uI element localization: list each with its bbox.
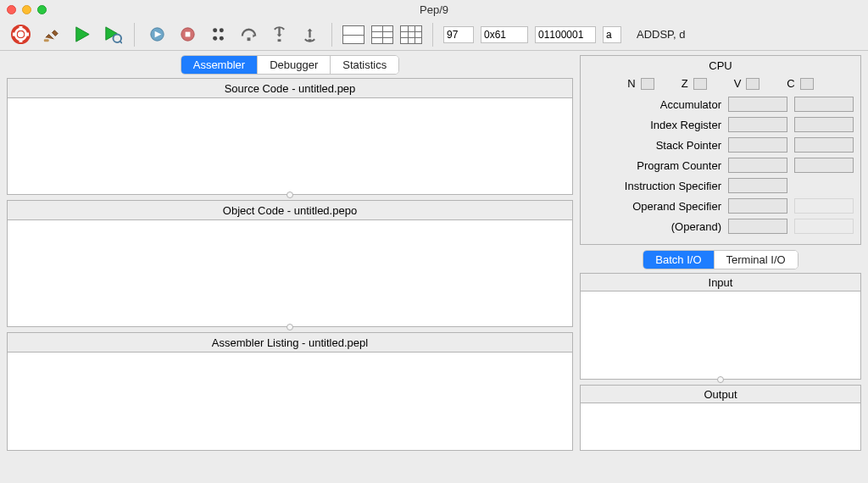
output-title: Output	[581, 386, 860, 403]
flag-z-label: Z	[682, 77, 688, 90]
operand-hex	[728, 219, 787, 234]
hex-field[interactable]	[481, 26, 528, 43]
accumulator-hex	[728, 97, 787, 112]
index-register-label: Index Register	[587, 119, 721, 131]
tab-assembler[interactable]: Assembler	[181, 56, 258, 74]
index-register-hex	[728, 117, 787, 132]
layout-split3-icon[interactable]	[400, 25, 422, 44]
index-register-dec	[794, 117, 854, 132]
flag-n-label: N	[627, 77, 635, 90]
output-textarea[interactable]	[581, 403, 860, 450]
program-counter-dec	[794, 158, 854, 173]
layout-single-icon[interactable]	[342, 25, 364, 44]
left-column: Assembler Debugger Statistics Source Cod…	[0, 51, 580, 483]
cpu-title: CPU	[587, 56, 854, 77]
instruction-specifier-val	[728, 178, 787, 193]
flag-z-box	[693, 78, 707, 90]
svg-rect-13	[308, 39, 311, 42]
editor-panels: Source Code - untitled.pep Object Code -…	[7, 78, 573, 480]
flag-c-label: C	[787, 77, 794, 90]
build-icon[interactable]	[39, 23, 63, 47]
io-section: Batch I/O Terminal I/O Input Output	[580, 250, 861, 480]
cpu-panel: CPU N Z V C Accumulator Index Register S…	[580, 55, 861, 245]
accumulator-label: Accumulator	[587, 98, 721, 111]
svg-point-9	[213, 36, 217, 41]
toolbar-separator	[331, 23, 332, 47]
flag-c-box	[800, 78, 814, 90]
splitter-handle-icon[interactable]	[287, 324, 293, 330]
program-counter-hex	[728, 158, 787, 173]
object-code-panel: Object Code - untitled.pepo	[7, 200, 573, 327]
splitter-handle-icon[interactable]	[287, 192, 293, 198]
output-panel: Output	[580, 385, 861, 451]
assembler-listing-view[interactable]	[8, 353, 572, 450]
splitter-handle-icon[interactable]	[717, 376, 724, 383]
close-icon[interactable]	[7, 5, 16, 14]
minimize-icon[interactable]	[22, 5, 31, 14]
operand-label: (Operand)	[587, 220, 721, 233]
tab-batch-io[interactable]: Batch I/O	[643, 251, 714, 269]
debug-start-icon[interactable]	[145, 23, 169, 47]
input-panel: Input	[580, 273, 861, 380]
titlebar: Pep/9	[0, 0, 868, 19]
operand-specifier-dec	[794, 198, 854, 214]
window-controls	[0, 5, 47, 14]
accumulator-dec	[794, 97, 854, 112]
toolbar: ADDSP, d	[0, 19, 868, 51]
run-icon[interactable]	[70, 23, 93, 47]
cpu-flags: N Z V C	[587, 77, 854, 90]
help-icon[interactable]	[8, 23, 32, 47]
step-out-icon[interactable]	[298, 23, 321, 47]
stack-pointer-label: Stack Pointer	[587, 139, 721, 152]
svg-rect-12	[277, 39, 281, 42]
tab-terminal-io[interactable]: Terminal I/O	[715, 251, 798, 269]
toolbar-separator	[432, 23, 433, 47]
input-textarea[interactable]	[581, 291, 860, 379]
flag-v-label: V	[734, 77, 742, 90]
source-code-title: Source Code - untitled.pep	[8, 79, 572, 98]
layout-split2-icon[interactable]	[371, 25, 393, 44]
svg-point-8	[219, 28, 223, 32]
svg-rect-11	[247, 37, 250, 41]
stack-pointer-dec	[794, 137, 854, 153]
input-title: Input	[581, 274, 860, 291]
flag-v-box	[746, 78, 760, 90]
svg-point-1	[17, 31, 25, 38]
svg-point-10	[219, 36, 223, 41]
svg-rect-2	[43, 39, 48, 42]
dec-field[interactable]	[443, 26, 474, 43]
main-tabs: Assembler Debugger Statistics	[7, 55, 573, 75]
stack-pointer-hex	[728, 137, 787, 153]
right-column: CPU N Z V C Accumulator Index Register S…	[580, 51, 868, 483]
operand-dec	[794, 219, 854, 234]
operand-specifier-label: Operand Specifier	[587, 200, 721, 213]
source-code-editor[interactable]	[8, 98, 572, 194]
operand-specifier-hex	[728, 198, 787, 214]
run-object-icon[interactable]	[100, 23, 124, 47]
tab-statistics[interactable]: Statistics	[331, 56, 398, 74]
char-field[interactable]	[603, 26, 621, 43]
debug-stop-icon[interactable]	[175, 23, 199, 47]
assembler-listing-panel: Assembler Listing - untitled.pepl	[7, 332, 573, 451]
mnemonic-label: ADDSP, d	[637, 28, 686, 41]
svg-rect-6	[185, 32, 190, 37]
step-icon[interactable]	[206, 23, 230, 47]
flag-n-box	[641, 78, 654, 90]
instruction-specifier-label: Instruction Specifier	[587, 180, 721, 192]
window-title: Pep/9	[0, 3, 868, 16]
step-into-icon[interactable]	[267, 23, 291, 47]
program-counter-label: Program Counter	[587, 159, 721, 172]
content-area: Assembler Debugger Statistics Source Cod…	[0, 51, 868, 483]
object-code-title: Object Code - untitled.pepo	[8, 201, 572, 220]
bin-field[interactable]	[535, 26, 596, 43]
object-code-editor[interactable]	[8, 220, 572, 326]
toolbar-separator	[134, 23, 135, 47]
source-code-panel: Source Code - untitled.pep	[7, 78, 573, 195]
svg-point-7	[213, 28, 217, 32]
maximize-icon[interactable]	[37, 5, 47, 14]
assembler-listing-title: Assembler Listing - untitled.pepl	[8, 333, 572, 353]
step-over-icon[interactable]	[236, 23, 260, 47]
tab-debugger[interactable]: Debugger	[258, 56, 331, 74]
